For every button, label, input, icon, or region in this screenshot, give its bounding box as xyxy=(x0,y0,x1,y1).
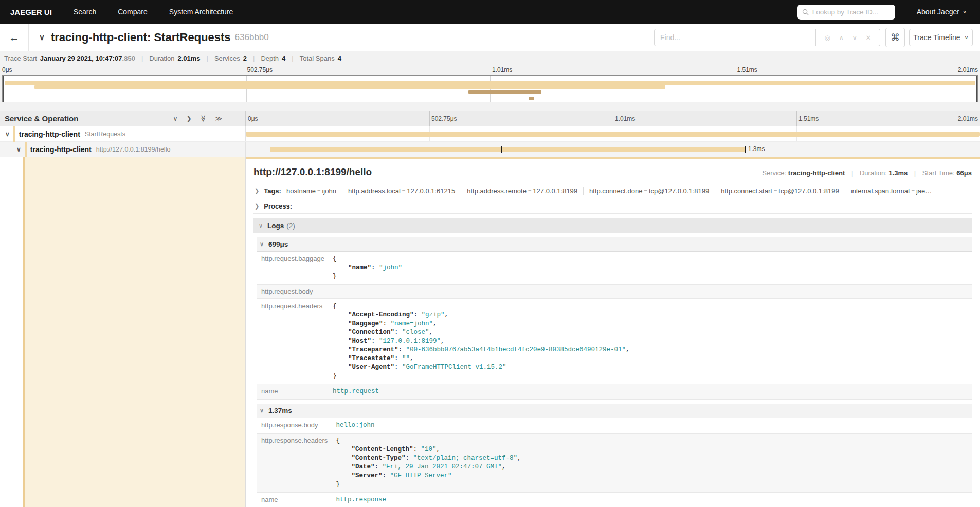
chevron-down-icon: ∨ xyxy=(259,222,263,229)
log-field-row: http.request.headers {"Accept-Encoding":… xyxy=(257,299,972,384)
minimap-span-bar xyxy=(468,90,541,94)
span-bar[interactable] xyxy=(270,147,745,152)
expand-one-icon[interactable]: ❯ xyxy=(186,115,192,122)
log-timestamp-header[interactable]: ∨ 699μs xyxy=(257,237,972,252)
duration-meta-label: Duration: xyxy=(860,169,887,177)
log-field-name: name xyxy=(257,493,332,507)
tag-item: http.address.remote=127.0.0.1:8199 xyxy=(461,187,584,195)
find-input[interactable] xyxy=(654,29,816,46)
trace-minimap[interactable]: 0μs502.75μs1.01ms1.51ms2.01ms xyxy=(0,65,980,111)
log-field-value: http.response xyxy=(332,493,972,507)
start-time-meta-value: 66μs xyxy=(956,169,972,177)
equals-sign: = xyxy=(912,188,915,194)
span-operation-name: StartRequests xyxy=(85,130,125,138)
find-prev-icon[interactable]: ∧ xyxy=(839,34,844,42)
depth-value: 4 xyxy=(282,54,285,62)
chevron-right-icon: ❯ xyxy=(255,187,259,194)
logs-label: Logs xyxy=(267,222,284,230)
services-label: Services xyxy=(214,54,240,62)
trace-start-value: January 29 2021, 10:47:07.850 xyxy=(40,54,135,62)
minimap-right-handle[interactable] xyxy=(976,76,977,102)
process-accordian[interactable]: ❯ Process: xyxy=(253,199,972,214)
about-jaeger-menu[interactable]: About Jaeger ∨ xyxy=(917,8,967,16)
collapse-all-icon[interactable]: ≫ xyxy=(199,115,207,122)
find-next-icon[interactable]: ∨ xyxy=(852,34,857,42)
span-bar[interactable] xyxy=(246,132,980,137)
nav-item-compare[interactable]: Compare xyxy=(118,8,148,16)
logs-accordian-header[interactable]: ∨ Logs (2) xyxy=(253,218,972,233)
timeline-header: Service & Operation ∨ ❯ ≫ ≫ 0μs502.75μs1… xyxy=(0,111,980,126)
tag-key: http.address.remote xyxy=(467,187,527,195)
find-controls: ◎ ∧ ∨ ✕ xyxy=(816,29,880,46)
log-field-row: name http.request xyxy=(257,384,972,400)
log-table: http.response.body hello:john http.respo… xyxy=(257,418,972,507)
chevron-down-icon[interactable]: ∨ xyxy=(5,130,10,138)
back-button[interactable]: ← xyxy=(0,24,29,51)
span-service-name[interactable]: tracing-http-client xyxy=(30,145,92,154)
span-bar-lane: 1.3ms xyxy=(246,142,980,157)
find-locate-icon[interactable]: ◎ xyxy=(825,34,830,42)
collapse-one-icon[interactable]: ∨ xyxy=(173,115,178,122)
divider: | xyxy=(851,169,853,177)
span-detail-card: http://127.0.0.1:8199/hello Service: tra… xyxy=(246,157,980,507)
keyboard-shortcuts-button[interactable]: ⌘ xyxy=(885,28,905,47)
back-arrow-icon: ← xyxy=(9,31,20,44)
log-group: ∨ 1.37ms http.response.body hello:john h… xyxy=(257,404,972,507)
log-marker-icon[interactable] xyxy=(501,146,502,153)
log-field-row: http.response.body hello:john xyxy=(257,418,972,434)
minimap-gridline xyxy=(734,76,734,102)
tag-key: hostname xyxy=(286,187,316,195)
log-field-name: http.request.baggage xyxy=(257,252,329,285)
ruler-tick-label: 0μs xyxy=(248,115,258,122)
total-spans-value: 4 xyxy=(338,54,341,62)
span-service-name[interactable]: tracing-http-client xyxy=(19,130,80,138)
trace-title: tracing-http-client: StartRequests xyxy=(51,31,231,44)
tag-value: ijohn xyxy=(322,187,336,195)
trace-view-dropdown[interactable]: Trace Timeline ∨ xyxy=(909,29,973,46)
ruler-gridline xyxy=(796,111,797,126)
log-field-value: http.request xyxy=(329,384,972,400)
trace-view-label: Trace Timeline xyxy=(913,33,960,42)
minimap-left-handle[interactable] xyxy=(3,76,4,102)
trace-start-label: Trace Start xyxy=(4,54,37,62)
ruler-tick-label: 2.01ms xyxy=(958,66,978,73)
tag-key: http.connect.done xyxy=(589,187,642,195)
span-operation-name: http://127.0.0.1:8199/hello xyxy=(96,146,171,153)
divider: | xyxy=(141,54,143,62)
trace-collapse-chevron-icon[interactable]: ∨ xyxy=(39,33,45,42)
log-field-name: http.request.body xyxy=(257,285,329,299)
detail-left-column xyxy=(0,157,246,507)
find-clear-icon[interactable]: ✕ xyxy=(866,34,872,42)
tag-item: hostname=ijohn xyxy=(286,187,342,195)
services-value: 2 xyxy=(243,54,247,62)
span-row-startrequests[interactable]: ∨ tracing-http-client StartRequests xyxy=(0,126,980,142)
top-nav: JAEGER UI Search Compare System Architec… xyxy=(0,0,980,24)
minimap-viewport[interactable] xyxy=(2,75,978,102)
service-meta-value: tracing-http-client xyxy=(788,169,845,177)
log-timestamp: 699μs xyxy=(268,240,288,248)
app-brand[interactable]: JAEGER UI xyxy=(10,8,52,16)
log-field-name: http.request.headers xyxy=(257,299,329,384)
chevron-down-icon[interactable]: ∨ xyxy=(16,146,21,153)
minimap-span-bar xyxy=(529,97,534,100)
log-field-value: {"name": "john"} xyxy=(329,252,972,285)
nav-item-search[interactable]: Search xyxy=(74,8,96,16)
total-spans-label: Total Spans xyxy=(300,54,335,62)
log-field-row: http.request.body xyxy=(257,285,972,299)
equals-sign: = xyxy=(402,188,405,194)
chevron-down-icon: ∨ xyxy=(260,407,264,414)
log-timestamp-header[interactable]: ∨ 1.37ms xyxy=(257,404,972,418)
equals-sign: = xyxy=(644,188,647,194)
equals-sign: = xyxy=(528,188,531,194)
span-row-http-hello[interactable]: ∨ tracing-http-client http://127.0.0.1:8… xyxy=(0,142,980,157)
detail-span-meta: Service: tracing-http-client | Duration:… xyxy=(762,169,972,177)
span-rows: ∨ tracing-http-client StartRequests ∨ tr… xyxy=(0,126,980,157)
tag-key: internal.span.format xyxy=(851,187,910,195)
ruler-gridline xyxy=(613,111,613,126)
nav-item-system-architecture[interactable]: System Architecture xyxy=(169,8,233,16)
expand-all-icon[interactable]: ≫ xyxy=(215,115,222,122)
trace-id-lookup-input[interactable]: Lookup by Trace ID... xyxy=(797,5,895,20)
detail-span-title: http://127.0.0.1:8199/hello xyxy=(253,166,372,178)
tags-accordian[interactable]: ❯ Tags: hostname=ijohnhttp.address.local… xyxy=(253,183,972,199)
log-marker-icon[interactable] xyxy=(745,146,746,153)
